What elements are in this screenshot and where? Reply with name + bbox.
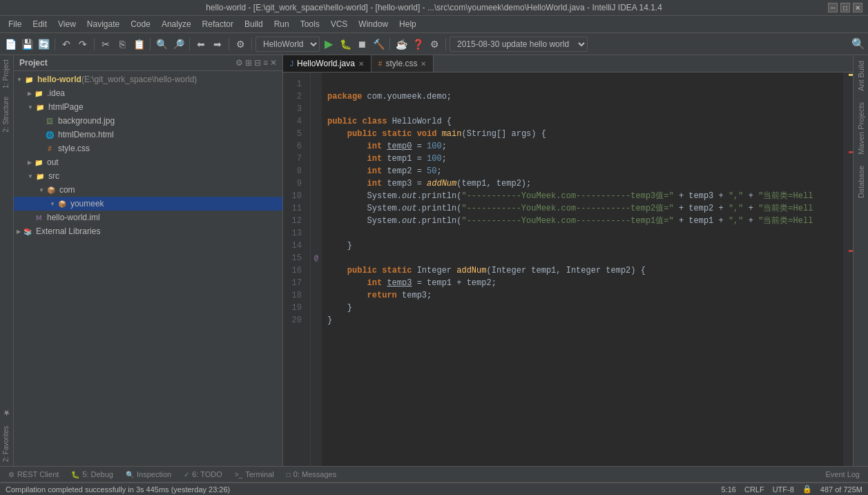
tree-youmeek[interactable]: ▼ 📦 youmeek <box>14 197 282 211</box>
undo-button[interactable]: ↶ <box>59 37 74 52</box>
tool-tab-event-log[interactable]: Event Log <box>820 468 865 481</box>
redo-button[interactable]: ↷ <box>75 37 90 52</box>
tree-background-jpg[interactable]: ▶ 🖼 background.jpg <box>14 114 282 128</box>
close-button[interactable]: ✕ <box>853 3 862 12</box>
inspection-label: Inspection <box>137 470 171 478</box>
save-button[interactable]: 💾 <box>19 37 35 52</box>
line-num-15: 15 <box>283 252 306 264</box>
global-search-button[interactable]: 🔍 <box>851 37 865 51</box>
tool-tab-todo[interactable]: ✓ 6: TODO <box>178 468 228 481</box>
sdk-button[interactable]: ☕ <box>394 37 409 52</box>
tree-iml[interactable]: ▶ Ⅿ hello-world.iml <box>14 211 282 224</box>
line-9: System.out.println("-----------YouMeek.c… <box>327 191 813 201</box>
tree-htmlpage[interactable]: ▼ 📁 htmlPage <box>14 100 282 114</box>
memory-indicator: 487 of 725M <box>820 485 862 494</box>
menu-build[interactable]: Build <box>239 17 269 31</box>
line-5: int temp0 = 100; <box>327 142 447 151</box>
tool-tab-inspection[interactable]: 🔍 Inspection <box>120 468 177 481</box>
toolbar-separator-1 <box>55 38 55 50</box>
sync-button[interactable]: 🔄 <box>36 37 51 52</box>
maximize-button[interactable]: □ <box>840 3 850 12</box>
tree-root[interactable]: ▼ 📁 hello-world (E:\git_work_space\hello… <box>14 72 282 86</box>
inspection-icon: 🔍 <box>126 471 134 478</box>
cursor-position[interactable]: 5:16 <box>722 485 736 494</box>
menu-edit[interactable]: Edit <box>27 17 52 31</box>
htmldemo-icon: 🌐 <box>44 129 55 140</box>
tab-helloworld-java[interactable]: J HelloWorld.java ✕ <box>283 55 372 72</box>
line-num-6: 6 <box>283 140 306 153</box>
tree-htmldemo[interactable]: ▶ 🌐 htmlDemo.html <box>14 128 282 142</box>
tab-helloworld-close[interactable]: ✕ <box>358 60 364 68</box>
menu-file[interactable]: File <box>3 17 27 31</box>
project-expand-icon[interactable]: ⊞ <box>245 58 252 68</box>
right-panel-tabs: Ant Build Maven Projects Database <box>853 55 868 466</box>
tool-tab-terminal[interactable]: >_ Terminal <box>229 468 280 481</box>
file-encoding[interactable]: UTF-8 <box>773 485 794 494</box>
menu-bar: File Edit View Navigate Code Analyze Ref… <box>0 16 868 33</box>
tab-style-css[interactable]: # style.css ✕ <box>372 55 434 72</box>
tree-out[interactable]: ▶ 📁 out <box>14 155 282 169</box>
style-css-label: style.css <box>58 144 90 153</box>
menu-window[interactable]: Window <box>353 17 394 31</box>
menu-view[interactable]: View <box>52 17 81 31</box>
run-button[interactable]: ▶ <box>321 37 336 52</box>
new-file-button[interactable]: 📄 <box>3 37 18 52</box>
paste-button[interactable]: 📋 <box>131 37 146 52</box>
tab-style-close[interactable]: ✕ <box>421 60 426 68</box>
panel-tab-favorites-label[interactable]: 2: Favorites <box>0 422 13 466</box>
minimize-button[interactable]: ─ <box>828 3 838 12</box>
help-button[interactable]: ❓ <box>410 37 425 52</box>
right-tab-maven[interactable]: Maven Projects <box>854 97 868 160</box>
tool-tab-messages[interactable]: □ 0: Messages <box>281 468 342 481</box>
stop-button[interactable]: ⏹ <box>354 37 369 52</box>
find-button[interactable]: 🔍 <box>154 37 169 52</box>
run-config-dropdown[interactable]: HelloWorld <box>255 37 320 52</box>
tool-tab-debug[interactable]: 🐛 5: Debug <box>66 468 119 481</box>
gutter-14 <box>311 240 322 252</box>
tree-ext-libs[interactable]: ▶ 📚 External Libraries <box>14 224 282 238</box>
edge-mark-scroll-16 <box>849 250 853 252</box>
right-tab-database[interactable]: Database <box>854 160 868 204</box>
tree-src[interactable]: ▼ 📁 src <box>14 169 282 183</box>
tree-com[interactable]: ▼ 📦 com <box>14 183 282 197</box>
menu-vcs[interactable]: VCS <box>325 17 354 31</box>
settings-button[interactable]: ⚙ <box>427 37 442 52</box>
copy-button[interactable]: ⎘ <box>115 37 130 52</box>
code-content[interactable]: package com.youmeek.demo; public class H… <box>322 72 843 466</box>
right-tab-ant[interactable]: Ant Build <box>854 55 868 97</box>
project-settings-icon[interactable]: ⚙ <box>235 58 243 68</box>
debug-button[interactable]: 🐛 <box>338 37 353 52</box>
menu-refactor[interactable]: Refactor <box>197 17 239 31</box>
idea-folder-icon: 📁 <box>33 88 44 99</box>
panel-tab-project[interactable]: 1: Project <box>0 55 13 93</box>
structure-button[interactable]: ⚙ <box>233 37 248 52</box>
panel-tab-structure[interactable]: 2: Structure <box>0 93 13 137</box>
menu-help[interactable]: Help <box>394 17 422 31</box>
menu-code[interactable]: Code <box>125 17 156 31</box>
line-num-20: 20 <box>283 314 306 327</box>
find-replace-button[interactable]: 🔎 <box>171 37 186 52</box>
project-collapse-icon[interactable]: ⊟ <box>254 58 261 68</box>
vcs-dropdown[interactable]: 2015-08-30 update hello world <box>450 37 588 52</box>
panel-tab-favorites[interactable]: ★ <box>0 404 13 422</box>
gutter-15[interactable]: @ <box>311 252 322 264</box>
cut-button[interactable]: ✂ <box>98 37 113 52</box>
gutter-17 <box>311 277 322 289</box>
menu-tools[interactable]: Tools <box>295 17 325 31</box>
com-folder-icon: 📦 <box>46 184 57 195</box>
line-separator[interactable]: CRLF <box>744 485 764 494</box>
menu-analyze[interactable]: Analyze <box>156 17 197 31</box>
todo-icon: ✓ <box>184 471 189 478</box>
tree-idea[interactable]: ▶ 📁 .idea <box>14 86 282 100</box>
build-button[interactable]: 🔨 <box>371 37 386 52</box>
project-gear-icon[interactable]: ≡ <box>263 58 268 68</box>
tool-tab-rest-client[interactable]: ⚙ REST Client <box>3 468 64 481</box>
project-hide-icon[interactable]: ✕ <box>270 58 277 68</box>
menu-run[interactable]: Run <box>269 17 295 31</box>
htmlpage-label: htmlPage <box>48 102 84 112</box>
forward-button[interactable]: ➡ <box>210 37 225 52</box>
menu-navigate[interactable]: Navigate <box>81 17 125 31</box>
tree-style-css[interactable]: ▶ # style.css <box>14 142 282 155</box>
extlibs-folder-icon: 📚 <box>22 226 33 237</box>
back-button[interactable]: ⬅ <box>193 37 209 52</box>
